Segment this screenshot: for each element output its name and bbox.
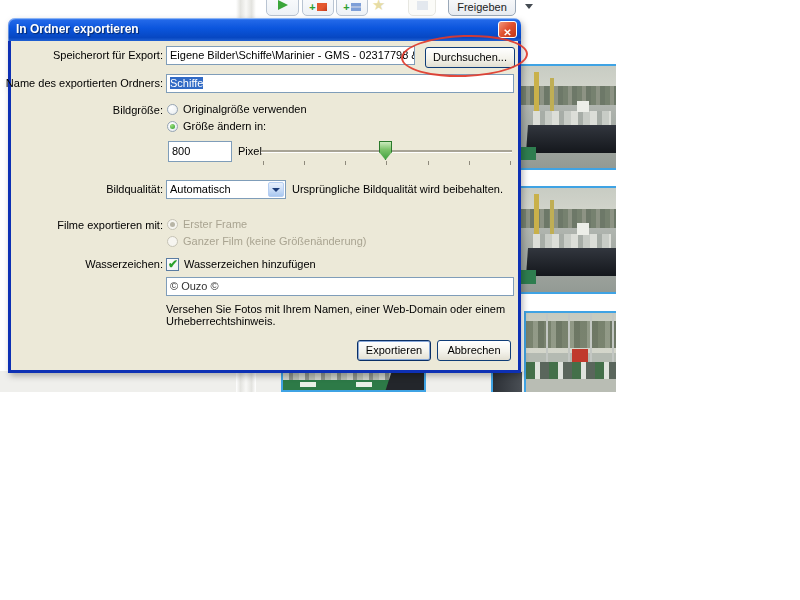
close-icon: ✕ [503, 27, 511, 38]
watermark-hint-line2: Urheberrechtshinweis. [166, 315, 275, 327]
cancel-button[interactable]: Abbrechen [437, 340, 511, 361]
radio-original-size-label[interactable]: Originalgröße verwenden [183, 103, 307, 115]
radio-first-frame [167, 219, 178, 230]
collage-button[interactable]: + [302, 0, 334, 16]
photo-ship-hull [526, 125, 616, 153]
image-quality-hint: Ursprüngliche Bildqualität wird beibehal… [292, 183, 503, 195]
photo-thumbnail-3[interactable] [524, 311, 616, 392]
image-size-label: Bildgröße: [113, 104, 163, 116]
photo-wheelhouse [577, 101, 589, 112]
photo-crane [534, 72, 539, 113]
selected-text: Schiffe [170, 77, 203, 89]
share-dropdown-button[interactable] [520, 0, 540, 16]
photo-crane [534, 194, 539, 236]
movie-icon [351, 3, 361, 11]
play-icon [278, 0, 288, 10]
radio-original-size[interactable] [167, 104, 178, 115]
image-quality-select[interactable]: Automatisch [166, 180, 286, 199]
photo-harbor-equipment [526, 362, 616, 379]
play-button[interactable] [266, 0, 299, 16]
disabled-icon [417, 1, 428, 10]
image-quality-value: Automatisch [170, 181, 231, 198]
photo-name-plate [300, 382, 316, 387]
size-input[interactable]: 800 [168, 141, 232, 162]
watermark-label: Wasserzeichen: [85, 258, 163, 270]
export-location-label: Speicherort für Export: [53, 49, 163, 61]
watermark-text-input[interactable]: © Ouzo © [166, 277, 514, 296]
photo-thumbnail-5[interactable] [491, 372, 522, 392]
pixel-unit-label: Pixel [238, 145, 262, 157]
star-icon: ★ [372, 0, 385, 14]
share-button-label: Freigeben [457, 1, 507, 13]
disabled-toolbar-button [408, 0, 436, 16]
chevron-down-icon [272, 188, 280, 192]
collage-icon [317, 3, 327, 11]
close-button[interactable]: ✕ [498, 21, 517, 38]
folder-name-label: Name des exportierten Ordners: [6, 77, 163, 89]
export-button[interactable]: Exportieren [357, 340, 431, 361]
size-slider-thumb[interactable] [379, 141, 392, 160]
photo-name-plate [356, 382, 372, 387]
photo-tugboat [521, 270, 536, 284]
radio-first-frame-label: Erster Frame [183, 218, 247, 230]
radio-full-movie-label: Ganzer Film (keine Größenänderung) [183, 235, 366, 247]
watermark-checkbox[interactable]: ✔ [166, 258, 179, 271]
app-window: + + ★ Freigeben [0, 0, 616, 392]
combo-dropdown-button[interactable] [268, 182, 284, 197]
photo-ground [526, 379, 616, 392]
image-quality-label: Bildqualität: [106, 183, 163, 195]
movie-button[interactable]: + [336, 0, 368, 16]
photo-red-container [572, 349, 588, 362]
radio-resize[interactable] [167, 121, 178, 132]
share-button[interactable]: Freigeben [448, 0, 516, 16]
plus-icon: + [343, 2, 349, 12]
photo-crane [550, 78, 554, 113]
photo-thumbnail-2[interactable] [519, 186, 616, 294]
check-icon: ✔ [168, 257, 178, 271]
chevron-down-icon [525, 4, 533, 9]
movie-export-label: Filme exportieren mit: [57, 219, 163, 231]
photo-dark-bow [384, 372, 426, 392]
photo-thumbnail-4[interactable] [281, 372, 426, 392]
photo-ship-hull [526, 248, 616, 276]
photo-crane [550, 200, 554, 235]
dialog-title: In Ordner exportieren [16, 18, 139, 41]
screenshot-root: + + ★ Freigeben [0, 0, 800, 600]
radio-resize-label[interactable]: Größe ändern in: [183, 120, 266, 132]
dialog-body: Speicherort für Export: Eigene Bilder\Sc… [8, 41, 521, 373]
slider-tick-marks [263, 161, 511, 165]
photo-wheelhouse [577, 223, 589, 234]
photo-thumbnail-1[interactable] [519, 64, 616, 170]
photo-tugboat [521, 147, 536, 160]
radio-full-movie [167, 236, 178, 247]
watermark-hint-line1: Versehen Sie Fotos mit Ihrem Namen, eine… [166, 303, 505, 315]
export-location-input[interactable]: Eigene Bilder\Schiffe\Marinier - GMS - 0… [166, 46, 415, 65]
plus-icon: + [309, 2, 315, 12]
watermark-checkbox-label[interactable]: Wasserzeichen hinzufügen [184, 258, 316, 270]
